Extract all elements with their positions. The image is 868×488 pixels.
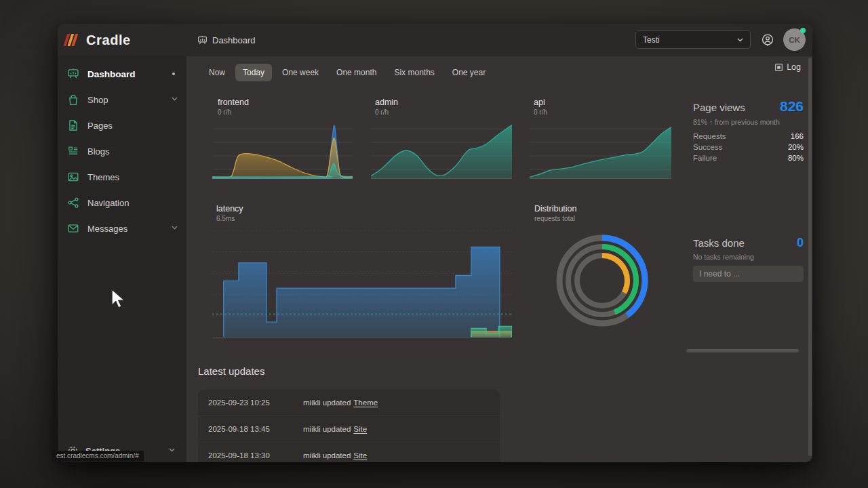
- tab-one-year[interactable]: One year: [445, 64, 493, 81]
- avatar[interactable]: CK: [783, 28, 806, 51]
- sidebar-item-navigation[interactable]: Navigation: [58, 190, 186, 216]
- sidebar-item-messages[interactable]: Messages: [58, 216, 186, 241]
- tab-one-month[interactable]: One month: [329, 64, 384, 81]
- sidebar-item-label: Messages: [87, 224, 127, 234]
- breadcrumb: Dashboard: [197, 24, 256, 56]
- dashboard-board-icon: [197, 35, 208, 45]
- log-button[interactable]: Log: [774, 62, 801, 72]
- sidebar-item-label: Blogs: [87, 146, 110, 157]
- latency-chart-value: 6.5ms: [216, 215, 235, 222]
- distribution-chart-title: Distribution: [534, 204, 577, 214]
- sidebar-item-label: Dashboard: [87, 69, 136, 79]
- new-task-input[interactable]: [693, 266, 804, 282]
- horizontal-scrollbar[interactable]: [686, 349, 799, 352]
- tab-one-week[interactable]: One week: [275, 64, 326, 81]
- latest-updates-table: 2025-09-23 10:25 miikli updated Theme 20…: [198, 390, 500, 462]
- chevron-down-icon: [737, 38, 743, 42]
- update-timestamp: 2025-09-23 10:25: [208, 399, 295, 407]
- chevron-down-icon: [169, 448, 175, 452]
- update-timestamp: 2025-09-18 13:45: [208, 425, 295, 433]
- navigation-share-icon: [67, 197, 79, 209]
- sidebar-item-dashboard[interactable]: Dashboard: [58, 61, 186, 87]
- page-views-stats: Requests166 Success20% Failure80%: [693, 131, 804, 163]
- messages-envelope-icon: [67, 222, 79, 235]
- distribution-chart-subtitle: requests total: [534, 215, 575, 222]
- distribution-rings-chart: [547, 226, 657, 336]
- api-chart-title: api: [534, 98, 545, 107]
- sidebar-item-themes[interactable]: Themes: [58, 164, 186, 190]
- admin-chart: [371, 122, 512, 179]
- update-row: 2025-09-18 13:45 miikli updated Site: [198, 415, 500, 442]
- main-content: Now Today One week One month Six months …: [186, 56, 812, 462]
- link-url-tooltip: est.cradlecms.com/admin/#: [52, 451, 144, 462]
- latency-chart-title: latency: [216, 204, 243, 214]
- store-selector[interactable]: Testi: [635, 30, 751, 49]
- active-indicator-dot: [172, 73, 175, 75]
- tasks-remaining-text: No tasks remaining: [693, 253, 754, 261]
- page-views-trend: 81% ↑ from previous month: [693, 118, 780, 126]
- sidebar-item-label: Themes: [87, 172, 119, 182]
- admin-chart-title: admin: [375, 98, 398, 107]
- shop-bag-icon: [67, 94, 79, 106]
- app-window: Cradle Dashboard Testi CK: [58, 24, 812, 462]
- blogs-article-icon: [67, 145, 79, 157]
- update-target-link[interactable]: Site: [353, 425, 367, 433]
- sidebar-item-label: Shop: [87, 95, 108, 105]
- sidebar-item-shop[interactable]: Shop: [58, 87, 186, 113]
- frontend-chart-title: frontend: [218, 98, 249, 107]
- topbar: Cradle Dashboard Testi CK: [58, 24, 812, 57]
- page-views-value: 826: [780, 99, 804, 113]
- sidebar-item-blogs[interactable]: Blogs: [58, 138, 186, 164]
- page-views-title: Page views: [693, 102, 745, 113]
- update-target-link[interactable]: Theme: [353, 399, 378, 407]
- tab-now[interactable]: Now: [201, 64, 233, 81]
- stat-row-success: Success20%: [693, 142, 804, 152]
- tasks-done-title: Tasks done: [693, 237, 745, 249]
- latest-updates-title: Latest updates: [198, 365, 264, 377]
- avatar-initials: CK: [789, 36, 800, 44]
- sidebar: Dashboard Shop Pages: [58, 56, 186, 462]
- logo-text: Cradle: [86, 33, 131, 48]
- tab-today[interactable]: Today: [235, 64, 272, 81]
- update-timestamp: 2025-09-18 13:30: [208, 451, 295, 460]
- update-action: miikli updated: [303, 399, 351, 407]
- tab-six-months[interactable]: Six months: [387, 64, 441, 81]
- online-status-dot: [800, 28, 806, 33]
- cradle-logo[interactable]: Cradle: [65, 33, 131, 48]
- update-row: 2025-09-23 10:25 miikli updated Theme: [198, 390, 500, 415]
- account-button[interactable]: [761, 33, 774, 47]
- latency-chart: [212, 230, 512, 338]
- log-button-label: Log: [787, 62, 801, 72]
- dashboard-board-icon: [67, 68, 79, 80]
- update-row: 2025-09-18 13:30 miikli updated Site: [198, 442, 500, 462]
- sidebar-item-pages[interactable]: Pages: [58, 113, 186, 138]
- admin-chart-rate: 0 r/h: [375, 108, 389, 116]
- page-title: Dashboard: [212, 35, 256, 45]
- trend-up-arrow-icon: ↑: [709, 118, 713, 126]
- api-chart: [530, 122, 671, 179]
- pages-document-icon: [67, 119, 79, 131]
- api-chart-rate: 0 r/h: [534, 108, 547, 116]
- cradle-logo-icon: [63, 34, 83, 47]
- chevron-down-icon: [172, 226, 178, 230]
- stat-row-failure: Failure80%: [693, 152, 804, 163]
- update-action: miikli updated: [303, 451, 351, 460]
- time-range-tabs: Now Today One week One month Six months …: [201, 64, 493, 81]
- update-target-link[interactable]: Site: [353, 451, 367, 460]
- tasks-done-value: 0: [797, 237, 804, 249]
- sidebar-item-label: Navigation: [87, 198, 129, 208]
- frontend-chart-rate: 0 r/h: [218, 108, 231, 116]
- frontend-chart: [212, 122, 353, 179]
- themes-image-icon: [67, 171, 79, 183]
- chevron-down-icon: [172, 97, 178, 101]
- log-icon: [774, 63, 783, 72]
- store-selector-value: Testi: [643, 35, 660, 45]
- stat-row-requests: Requests166: [693, 131, 804, 142]
- vertical-scrollbar[interactable]: [808, 58, 812, 456]
- update-action: miikli updated: [303, 425, 351, 433]
- sidebar-item-label: Pages: [87, 121, 113, 131]
